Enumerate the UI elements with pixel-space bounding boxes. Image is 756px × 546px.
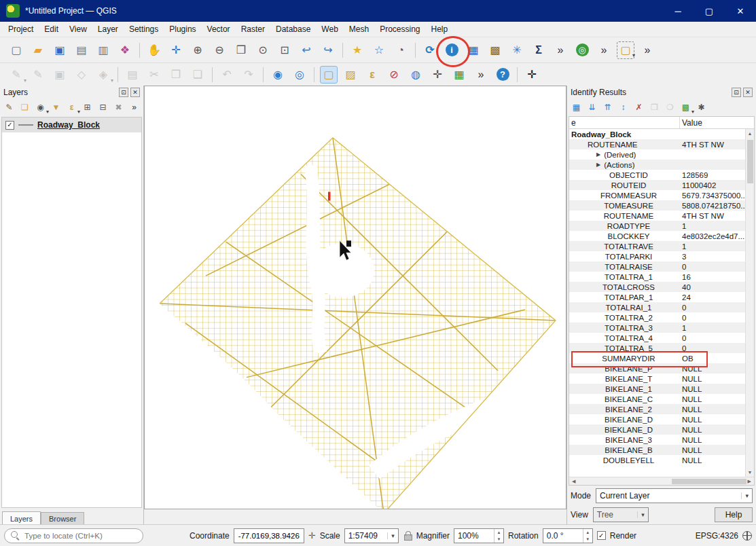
- maximize-button[interactable]: ▢: [694, 0, 725, 22]
- identify-row-blockkey[interactable]: BLOCKKEY4e8032ec2e4d7...: [569, 231, 745, 241]
- scroll-up-icon[interactable]: ▲: [748, 129, 753, 138]
- new-map-view-icon[interactable]: ◉: [269, 66, 287, 84]
- dropdown-arrow-icon[interactable]: ▾: [111, 77, 113, 84]
- identify-row-bieklane_d[interactable]: BIEKLANE_DNULL: [569, 424, 745, 435]
- identify-row-routename[interactable]: ROUTENAME4TH ST NW: [569, 211, 745, 221]
- filter-by-expression-icon[interactable]: ε▾: [65, 101, 79, 115]
- value-column-header[interactable]: Value: [680, 118, 754, 128]
- identify-row-bikelane_3[interactable]: BIKELANE_3NULL: [569, 435, 745, 445]
- collapse-all-icon[interactable]: ⊟: [96, 101, 110, 115]
- spin-up-icon[interactable]: ▲: [494, 529, 503, 536]
- show-bookmarks-icon[interactable]: ☆: [370, 41, 388, 59]
- add-group-icon[interactable]: ❏: [18, 101, 32, 115]
- manage-map-themes-icon[interactable]: ◉▾: [33, 101, 48, 115]
- expand-all-icon[interactable]: ⊞: [80, 101, 94, 115]
- scroll-down-icon[interactable]: ▼: [748, 468, 753, 477]
- new-bookmark-icon[interactable]: ★: [348, 41, 366, 59]
- close-button[interactable]: ✕: [725, 0, 756, 22]
- identify-row-totaltra_4[interactable]: TOTALTRA_40: [569, 333, 745, 343]
- identify-row-totalpar_1[interactable]: TOTALPAR_124: [569, 292, 745, 302]
- view-select[interactable]: Tree ▾: [593, 507, 649, 522]
- identify-row-routeid[interactable]: ROUTEID11000402: [569, 180, 745, 190]
- expand-tree-icon[interactable]: ⇊: [585, 101, 599, 115]
- identify-row-bikelane_b[interactable]: BIKELANE_BNULL: [569, 445, 745, 455]
- spin-down-icon[interactable]: ▼: [494, 536, 503, 543]
- identify-row-totalrai_1[interactable]: TOTALRAI_10: [569, 302, 745, 312]
- zoom-to-layer-icon[interactable]: ⊡: [276, 41, 293, 59]
- identify-row-(actions)[interactable]: ▶(Actions): [569, 160, 745, 170]
- identify-panel-float-button[interactable]: ⊡: [732, 88, 741, 97]
- layers-panel-close-button[interactable]: ✕: [130, 88, 140, 97]
- toolbar-extension-icon-4[interactable]: »: [472, 66, 490, 84]
- identify-settings-icon[interactable]: ✱: [694, 101, 708, 115]
- pan-to-selection-icon[interactable]: ✛: [167, 41, 185, 59]
- coordinate-input[interactable]: [234, 528, 304, 543]
- identify-panel-close-button[interactable]: ✕: [743, 88, 753, 97]
- identify-row-bikelane_1[interactable]: BIKELANE_1NULL: [569, 384, 745, 394]
- identify-row-totaltrave[interactable]: TOTALTRAVE1: [569, 241, 745, 251]
- open-layer-styling-icon[interactable]: ✎: [2, 101, 16, 115]
- save-project-icon[interactable]: ▣: [51, 41, 69, 59]
- select-features-menu-icon[interactable]: ▢▾: [617, 41, 634, 59]
- menu-vector[interactable]: Vector: [202, 23, 236, 35]
- tab-layers[interactable]: Layers: [2, 511, 41, 524]
- menu-processing[interactable]: Processing: [374, 23, 425, 35]
- identify-row-totaltra_5[interactable]: TOTALTRA_50: [569, 343, 745, 353]
- refresh-map-icon[interactable]: ⟳: [421, 41, 439, 59]
- layer-item-roadway-block[interactable]: ✓ Roadway_Block: [2, 117, 141, 132]
- menu-help[interactable]: Help: [426, 23, 454, 35]
- menu-mesh[interactable]: Mesh: [344, 23, 374, 35]
- new-print-layout-icon[interactable]: ▤: [73, 41, 90, 59]
- identify-features-icon[interactable]: i: [443, 41, 461, 59]
- scroll-right-icon[interactable]: ▶: [746, 479, 753, 484]
- metasearch-icon[interactable]: ◍: [407, 66, 425, 84]
- style-manager-icon[interactable]: ❖: [116, 41, 134, 59]
- panel-extension-icon[interactable]: »: [127, 101, 141, 115]
- identify-mode-icon[interactable]: ▩▾: [679, 101, 693, 115]
- vertical-scrollbar[interactable]: ▲ ▼: [745, 129, 754, 477]
- geometry-checker-icon[interactable]: ▦: [450, 66, 468, 84]
- tab-browser[interactable]: Browser: [41, 512, 84, 524]
- crs-label[interactable]: EPSG:4326: [696, 531, 738, 541]
- dropdown-arrow-icon[interactable]: ▾: [24, 77, 26, 84]
- options-icon[interactable]: ✳: [508, 41, 526, 59]
- processing-toolbox-icon[interactable]: ◎: [573, 41, 591, 59]
- menu-layer[interactable]: Layer: [92, 23, 124, 35]
- identify-row-totalparki[interactable]: TOTALPARKI3: [569, 251, 745, 261]
- identify-row-summarydir[interactable]: SUMMARYDIROB: [569, 353, 745, 363]
- layout-manager-icon[interactable]: ▥: [94, 41, 112, 59]
- extents-icon[interactable]: ✛: [308, 530, 316, 541]
- identify-row-bikelane_p[interactable]: BIKELANE_PNULL: [569, 363, 745, 374]
- toolbar-extension-icon-2[interactable]: »: [595, 41, 613, 59]
- select-features-icon[interactable]: ▢: [320, 66, 338, 84]
- identify-row-roadtype[interactable]: ROADTYPE1: [569, 221, 745, 231]
- zoom-out-icon[interactable]: ⊖: [211, 41, 228, 59]
- identify-row-bikelane_t[interactable]: BIKELANE_TNULL: [569, 374, 745, 384]
- snapping-toggle-icon[interactable]: ✛: [523, 66, 541, 84]
- identify-row-totalcross[interactable]: TOTALCROSS40: [569, 282, 745, 292]
- toolbar-extension-icon-3[interactable]: »: [638, 41, 656, 59]
- identify-row-bikelane_d[interactable]: BIKELANE_DNULL: [569, 414, 745, 424]
- identify-row-totaltra_2[interactable]: TOTALTRA_20: [569, 312, 745, 323]
- remove-layer-icon[interactable]: ✖: [111, 101, 126, 115]
- open-project-icon[interactable]: ▰: [29, 41, 47, 59]
- spin-down-icon[interactable]: ▼: [583, 536, 592, 543]
- crs-icon[interactable]: [742, 531, 752, 541]
- identify-row-totalraise[interactable]: TOTALRAISE0: [569, 261, 745, 272]
- zoom-to-selection-icon[interactable]: ⊙: [254, 41, 272, 59]
- identify-row-frommeasur[interactable]: FROMMEASUR5679.734375000...: [569, 190, 745, 200]
- menu-project[interactable]: Project: [3, 23, 39, 35]
- map-canvas[interactable]: [144, 86, 566, 509]
- identify-row-totaltra_3[interactable]: TOTALTRA_31: [569, 323, 745, 333]
- filter-legend-icon[interactable]: ▼: [49, 101, 63, 115]
- results-table-header[interactable]: e Value: [569, 117, 754, 129]
- menu-web[interactable]: Web: [316, 23, 343, 35]
- new-project-icon[interactable]: ▢: [7, 41, 25, 59]
- new-3d-map-view-icon[interactable]: ◎: [291, 66, 308, 84]
- identify-row-objectid[interactable]: OBJECTID128569: [569, 170, 745, 180]
- scale-select[interactable]: 1:57409 ▾: [344, 528, 399, 543]
- identify-row-bikelane_2[interactable]: BIKELANE_2NULL: [569, 404, 745, 414]
- scroll-left-icon[interactable]: ◀: [571, 479, 577, 484]
- zoom-full-extent-icon[interactable]: ❒: [232, 41, 250, 59]
- help-contents-icon[interactable]: ?: [494, 66, 511, 84]
